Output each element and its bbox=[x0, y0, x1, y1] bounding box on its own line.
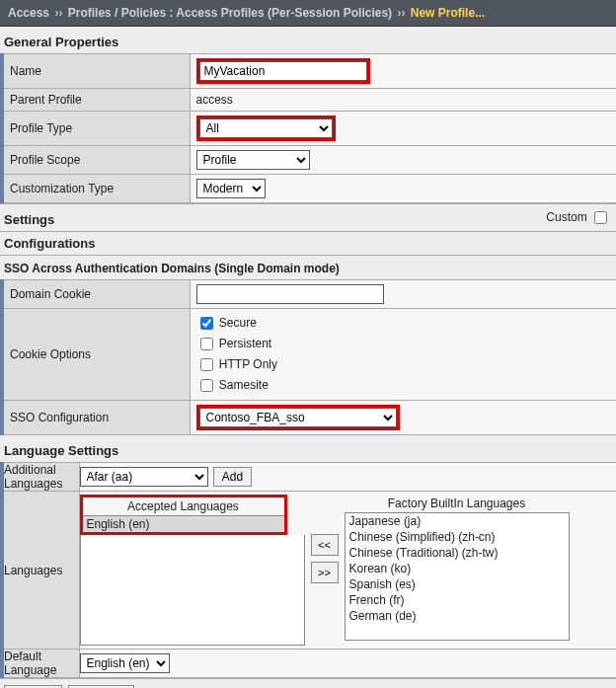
default-language-label: Default Language bbox=[2, 650, 79, 678]
domain-cookie-label: Domain Cookie bbox=[2, 280, 190, 309]
http-only-checkbox[interactable] bbox=[200, 358, 213, 371]
factory-languages-listbox[interactable]: Japanese (ja) Chinese (Simplified) (zh-c… bbox=[345, 512, 570, 641]
list-item[interactable]: Korean (ko) bbox=[346, 561, 569, 576]
footer-buttons: Cancel Finished bbox=[0, 678, 616, 688]
default-language-select[interactable]: English (en) bbox=[80, 653, 170, 673]
customization-type-label: Customization Type bbox=[2, 175, 190, 203]
secure-checkbox[interactable] bbox=[200, 317, 213, 330]
breadcrumb-sep: ›› bbox=[54, 6, 62, 20]
persistent-label: Persistent bbox=[219, 337, 271, 350]
settings-header: Settings bbox=[0, 204, 58, 231]
profile-scope-label: Profile Scope bbox=[2, 146, 190, 175]
list-item[interactable]: French (fr) bbox=[346, 592, 569, 608]
persistent-checkbox[interactable] bbox=[200, 338, 213, 350]
languages-label: Languages bbox=[2, 492, 79, 650]
domain-cookie-input[interactable] bbox=[196, 284, 384, 304]
list-item[interactable]: German (de) bbox=[346, 608, 569, 624]
accepted-languages-listbox[interactable] bbox=[80, 535, 305, 646]
samesite-label: Samesite bbox=[219, 378, 269, 392]
factory-languages-title: Factory BuiltIn Languages bbox=[345, 495, 570, 512]
move-right-button[interactable]: >> bbox=[311, 562, 339, 583]
samesite-checkbox[interactable] bbox=[200, 379, 213, 392]
secure-label: Secure bbox=[219, 316, 257, 330]
parent-profile-label: Parent Profile bbox=[2, 89, 190, 112]
general-properties-table: Name Parent Profile access Profile Type … bbox=[0, 53, 616, 203]
parent-profile-value: access bbox=[190, 89, 616, 112]
add-button[interactable]: Add bbox=[213, 467, 252, 487]
accepted-language-item[interactable]: English (en) bbox=[83, 515, 284, 532]
move-left-button[interactable]: << bbox=[311, 534, 339, 556]
breadcrumb-sep: ›› bbox=[397, 6, 405, 20]
breadcrumb-root[interactable]: Access bbox=[8, 6, 49, 20]
custom-checkbox-label: Custom bbox=[546, 210, 586, 224]
additional-languages-label: Additional Languages bbox=[2, 463, 79, 492]
accepted-languages-title: Accepted Languages bbox=[83, 497, 284, 515]
customization-type-select[interactable]: Modern bbox=[196, 179, 266, 198]
cookie-options-label: Cookie Options bbox=[2, 309, 190, 401]
profile-type-label: Profile Type bbox=[2, 112, 190, 146]
sso-configuration-select[interactable]: Contoso_FBA_sso bbox=[199, 408, 397, 427]
list-item[interactable]: Chinese (Simplified) (zh-cn) bbox=[346, 529, 569, 545]
language-settings-table: Additional Languages Afar (aa) Add Langu… bbox=[0, 462, 616, 678]
profile-type-select[interactable]: All bbox=[199, 118, 333, 138]
name-input[interactable] bbox=[199, 61, 367, 81]
list-item[interactable]: Chinese (Traditional) (zh-tw) bbox=[346, 545, 569, 561]
breadcrumb: Access ›› Profiles / Policies : Access P… bbox=[0, 0, 616, 27]
sso-table: Domain Cookie Cookie Options Secure Pers… bbox=[0, 279, 616, 435]
breadcrumb-mid[interactable]: Profiles / Policies : Access Profiles (P… bbox=[68, 6, 392, 20]
name-label: Name bbox=[2, 54, 190, 89]
sso-configuration-label: SSO Configuration bbox=[2, 401, 190, 435]
additional-languages-select[interactable]: Afar (aa) bbox=[80, 467, 208, 487]
breadcrumb-leaf: New Profile... bbox=[411, 6, 485, 20]
profile-scope-select[interactable]: Profile bbox=[196, 150, 310, 170]
general-properties-header: General Properties bbox=[0, 27, 616, 53]
language-settings-header: Language Settings bbox=[0, 435, 616, 462]
list-item[interactable]: Spanish (es) bbox=[346, 576, 569, 592]
sso-header: SSO Across Authentication Domains (Singl… bbox=[0, 255, 616, 279]
list-item[interactable]: Japanese (ja) bbox=[346, 513, 569, 529]
custom-checkbox[interactable] bbox=[594, 211, 607, 224]
configurations-header: Configurations bbox=[0, 232, 616, 255]
http-only-label: HTTP Only bbox=[219, 357, 277, 371]
